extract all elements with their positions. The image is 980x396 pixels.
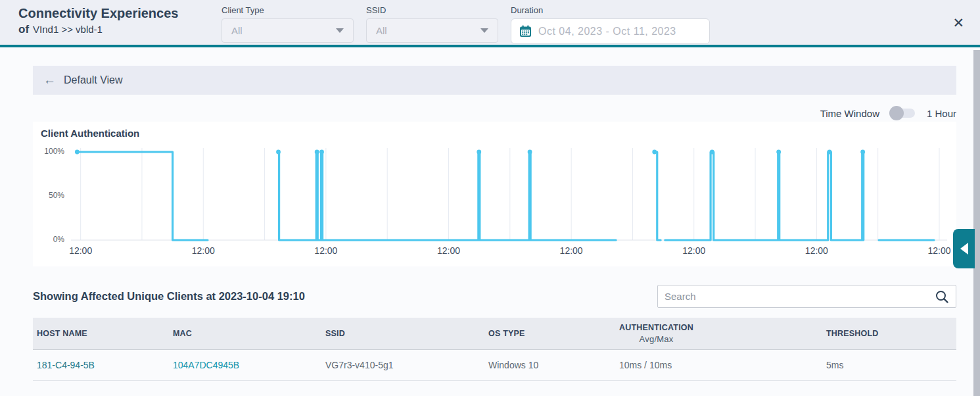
client-type-filter: Client Type All: [222, 5, 354, 43]
duration-value: Oct 04, 2023 - Oct 11, 2023: [538, 26, 676, 37]
x-axis-tick-label: 12:00: [69, 245, 92, 256]
client-authentication-chart-svg: [71, 148, 947, 244]
x-axis-tick-label: 12:00: [560, 245, 583, 256]
page-title-main: Connectivity Experiences: [18, 6, 178, 21]
ssid-value: All: [376, 25, 387, 36]
y-axis-tick-label: 50%: [34, 191, 64, 200]
column-header-mac[interactable]: MAC: [169, 329, 321, 338]
time-window-value: 1 Hour: [927, 108, 956, 119]
ssid-dropdown[interactable]: All: [366, 18, 498, 43]
default-view-bar: ← Default View: [33, 66, 956, 95]
column-header-avg-max: Avg/Max: [619, 334, 693, 344]
page-title-of: of: [18, 23, 29, 36]
x-axis-tick-label: 12:00: [192, 245, 215, 256]
search-icon[interactable]: [935, 289, 949, 304]
cell-os-type: Windows 10: [484, 360, 615, 370]
chevron-down-icon: [480, 28, 488, 33]
default-view-label: Default View: [64, 74, 123, 86]
page-title-scope: ofVInd1 >> vbld-1: [18, 23, 178, 36]
search-input[interactable]: [665, 291, 935, 302]
table-header: HOST NAME MAC SSID OS TYPE AUTHENTICATIO…: [33, 318, 956, 349]
search-box: [657, 285, 956, 308]
column-header-authentication-title: AUTHENTICATION: [619, 323, 693, 332]
duration-filter: Duration Oct 04, 2023 - Oct 11, 2023: [511, 5, 710, 44]
chevron-down-icon: [336, 28, 344, 33]
breadcrumb: VInd1 >> vbld-1: [33, 24, 103, 35]
time-window-label: Time Window: [820, 108, 879, 119]
column-header-os-type[interactable]: OS TYPE: [484, 329, 615, 338]
client-type-label: Client Type: [222, 5, 354, 15]
cell-threshold: 5ms: [822, 360, 956, 370]
cell-authentication: 10ms / 10ms: [615, 360, 822, 370]
clients-table: HOST NAME MAC SSID OS TYPE AUTHENTICATIO…: [33, 318, 956, 381]
x-axis-tick-label: 12:00: [927, 245, 950, 256]
x-axis-tick-label: 12:00: [437, 245, 460, 256]
client-type-dropdown[interactable]: All: [222, 18, 354, 43]
ssid-label: SSID: [366, 5, 498, 15]
duration-label: Duration: [511, 5, 710, 15]
x-axis-tick-label: 12:00: [805, 245, 828, 256]
calendar-icon: [519, 25, 532, 37]
column-header-ssid[interactable]: SSID: [321, 329, 484, 338]
time-window-row: Time Window 1 Hour: [33, 105, 956, 121]
y-axis-tick-label: 100%: [34, 147, 64, 156]
collapse-left-triangle-icon: [960, 243, 968, 255]
vertical-scrollbar[interactable]: [973, 50, 980, 396]
clients-heading: Showing Affected Unique Clients at 2023-…: [33, 290, 305, 303]
chart-plot: 12:0012:0012:0012:0012:0012:0012:0012:00: [71, 148, 947, 244]
column-header-threshold[interactable]: THRESHOLD: [822, 329, 956, 338]
clients-header-row: Showing Affected Unique Clients at 2023-…: [33, 285, 956, 308]
x-axis-tick-label: 12:00: [314, 245, 337, 256]
cell-host-name[interactable]: 181-C4-94-5B: [33, 360, 169, 370]
ssid-filter: SSID All: [366, 5, 498, 43]
client-authentication-chart-card: Client Authentication 100% 50% 0% 12:001…: [33, 122, 956, 266]
client-type-value: All: [231, 25, 243, 36]
page-title: Connectivity Experiences ofVInd1 >> vbld…: [18, 6, 178, 36]
main-content: ← Default View Time Window 1 Hour Client…: [33, 50, 956, 381]
cell-mac[interactable]: 104A7DC4945B: [169, 360, 321, 370]
collapse-panel-button[interactable]: [953, 229, 975, 268]
toggle-knob[interactable]: [889, 106, 904, 120]
dialog-header: Connectivity Experiences ofVInd1 >> vbld…: [0, 0, 980, 47]
column-header-host-name[interactable]: HOST NAME: [33, 329, 169, 338]
duration-datepicker[interactable]: Oct 04, 2023 - Oct 11, 2023: [511, 18, 710, 44]
time-window-toggle[interactable]: [891, 109, 915, 118]
table-row: 181-C4-94-5B 104A7DC4945B VG7r3-v410-5g1…: [33, 349, 956, 381]
x-axis-tick-label: 12:00: [682, 245, 705, 256]
y-axis-tick-label: 0%: [34, 235, 64, 244]
column-header-authentication[interactable]: AUTHENTICATION Avg/Max: [615, 323, 822, 344]
cell-ssid: VG7r3-v410-5g1: [321, 360, 484, 370]
chart-title: Client Authentication: [41, 128, 139, 139]
back-arrow-icon[interactable]: ←: [43, 73, 56, 87]
close-icon[interactable]: ✕: [952, 16, 964, 30]
